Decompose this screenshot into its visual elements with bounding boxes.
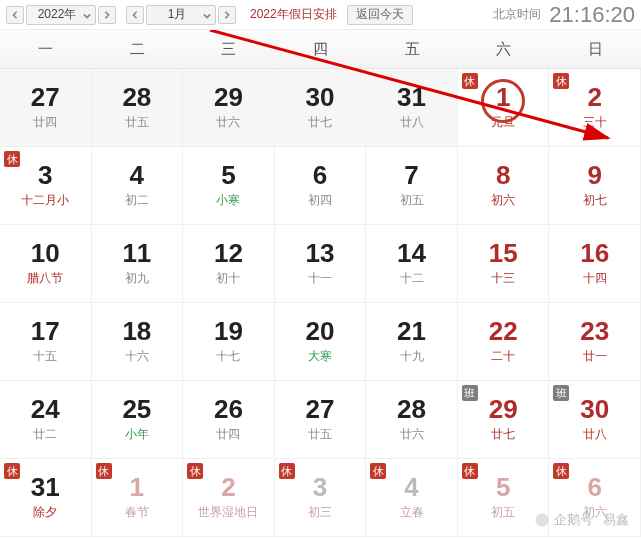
holiday-schedule-link[interactable]: 2022年假日安排 — [250, 6, 337, 23]
day-number: 16 — [580, 240, 609, 266]
calendar-cell[interactable]: 21十九 — [366, 303, 458, 381]
day-subtitle: 小寒 — [216, 192, 240, 209]
calendar-cell[interactable]: 班29廿七 — [458, 381, 550, 459]
today-indicator — [481, 79, 525, 123]
day-number: 11 — [122, 240, 151, 266]
calendar-cell[interactable]: 29廿六 — [183, 69, 275, 147]
rest-badge: 休 — [4, 463, 20, 479]
weekday-label: 二 — [92, 30, 184, 68]
calendar-cell[interactable]: 12初十 — [183, 225, 275, 303]
watermark: 企鹅号 易鑫 — [534, 511, 629, 529]
month-next-button[interactable] — [218, 6, 236, 24]
weekday-label: 日 — [549, 30, 641, 68]
calendar-cell[interactable]: 休31除夕 — [0, 459, 92, 537]
day-subtitle: 初二 — [125, 192, 149, 209]
calendar-cell[interactable]: 13十一 — [275, 225, 367, 303]
calendar-cell[interactable]: 11初九 — [92, 225, 184, 303]
year-next-button[interactable] — [98, 6, 116, 24]
work-badge: 班 — [462, 385, 478, 401]
calendar-cell[interactable]: 班30廿八 — [549, 381, 641, 459]
calendar-cell[interactable]: 30廿七 — [275, 69, 367, 147]
calendar-cell[interactable]: 休1春节 — [92, 459, 184, 537]
calendar-cell[interactable]: 休4立春 — [366, 459, 458, 537]
day-subtitle: 廿七 — [491, 426, 515, 443]
weekday-label: 一 — [0, 30, 92, 68]
weekday-label: 六 — [458, 30, 550, 68]
calendar-cell[interactable]: 8初六 — [458, 147, 550, 225]
calendar-cell[interactable]: 23廿一 — [549, 303, 641, 381]
day-subtitle: 立春 — [400, 504, 424, 521]
calendar-cell[interactable]: 28廿六 — [366, 381, 458, 459]
day-subtitle: 春节 — [125, 504, 149, 521]
day-subtitle: 廿六 — [216, 114, 240, 131]
day-number: 21 — [397, 318, 426, 344]
calendar-cell[interactable]: 19十七 — [183, 303, 275, 381]
weekday-label: 三 — [183, 30, 275, 68]
calendar-cell[interactable]: 27廿五 — [275, 381, 367, 459]
day-number: 29 — [489, 396, 518, 422]
weekday-label: 五 — [366, 30, 458, 68]
year-prev-button[interactable] — [6, 6, 24, 24]
day-number: 22 — [489, 318, 518, 344]
day-subtitle: 初九 — [125, 270, 149, 287]
calendar-cell[interactable]: 16十四 — [549, 225, 641, 303]
day-number: 13 — [306, 240, 335, 266]
calendar-cell[interactable]: 休1元旦 — [458, 69, 550, 147]
day-subtitle: 初五 — [400, 192, 424, 209]
day-number: 31 — [31, 474, 60, 500]
day-subtitle: 廿二 — [33, 426, 57, 443]
calendar-cell[interactable]: 22二十 — [458, 303, 550, 381]
calendar-cell[interactable]: 26廿四 — [183, 381, 275, 459]
calendar-cell[interactable]: 9初七 — [549, 147, 641, 225]
calendar-cell[interactable]: 27廿四 — [0, 69, 92, 147]
calendar-cell[interactable]: 休2三十 — [549, 69, 641, 147]
calendar-cell[interactable]: 17十五 — [0, 303, 92, 381]
day-number: 28 — [397, 396, 426, 422]
calendar-cell[interactable]: 休3初三 — [275, 459, 367, 537]
month-select-label: 1月 — [168, 6, 187, 23]
day-subtitle: 十九 — [400, 348, 424, 365]
calendar-cell[interactable]: 15十三 — [458, 225, 550, 303]
day-number: 18 — [122, 318, 151, 344]
day-subtitle: 初七 — [583, 192, 607, 209]
calendar-cell[interactable]: 10腊八节 — [0, 225, 92, 303]
day-subtitle: 廿八 — [400, 114, 424, 131]
calendar-cell[interactable]: 28廿五 — [92, 69, 184, 147]
day-number: 5 — [221, 162, 235, 188]
calendar-cell[interactable]: 25小年 — [92, 381, 184, 459]
month-select[interactable]: 1月 — [146, 5, 216, 25]
day-number: 10 — [31, 240, 60, 266]
day-subtitle: 十七 — [216, 348, 240, 365]
calendar-cell[interactable]: 5小寒 — [183, 147, 275, 225]
calendar-cell[interactable]: 20大寒 — [275, 303, 367, 381]
year-select[interactable]: 2022年 — [26, 5, 96, 25]
day-subtitle: 初六 — [491, 192, 515, 209]
calendar-cell[interactable]: 6初四 — [275, 147, 367, 225]
rest-badge: 休 — [279, 463, 295, 479]
day-number: 15 — [489, 240, 518, 266]
day-subtitle: 初三 — [308, 504, 332, 521]
calendar-cell[interactable]: 7初五 — [366, 147, 458, 225]
rest-badge: 休 — [553, 73, 569, 89]
day-subtitle: 廿五 — [308, 426, 332, 443]
calendar-cell[interactable]: 24廿二 — [0, 381, 92, 459]
day-number: 1 — [130, 474, 144, 500]
calendar-cell[interactable]: 31廿八 — [366, 69, 458, 147]
weekday-header: 一二三四五六日 — [0, 30, 641, 69]
day-number: 17 — [31, 318, 60, 344]
month-prev-button[interactable] — [126, 6, 144, 24]
day-subtitle: 十六 — [125, 348, 149, 365]
calendar-cell[interactable]: 18十六 — [92, 303, 184, 381]
day-subtitle: 廿四 — [33, 114, 57, 131]
penguin-icon — [534, 512, 550, 528]
day-number: 23 — [580, 318, 609, 344]
day-subtitle: 初十 — [216, 270, 240, 287]
calendar-cell[interactable]: 休3十二月小 — [0, 147, 92, 225]
calendar-cell[interactable]: 休2世界湿地日 — [183, 459, 275, 537]
day-number: 28 — [122, 84, 151, 110]
day-number: 3 — [38, 162, 52, 188]
calendar-cell[interactable]: 4初二 — [92, 147, 184, 225]
calendar-cell[interactable]: 14十二 — [366, 225, 458, 303]
return-today-button[interactable]: 返回今天 — [347, 5, 413, 25]
rest-badge: 休 — [462, 463, 478, 479]
